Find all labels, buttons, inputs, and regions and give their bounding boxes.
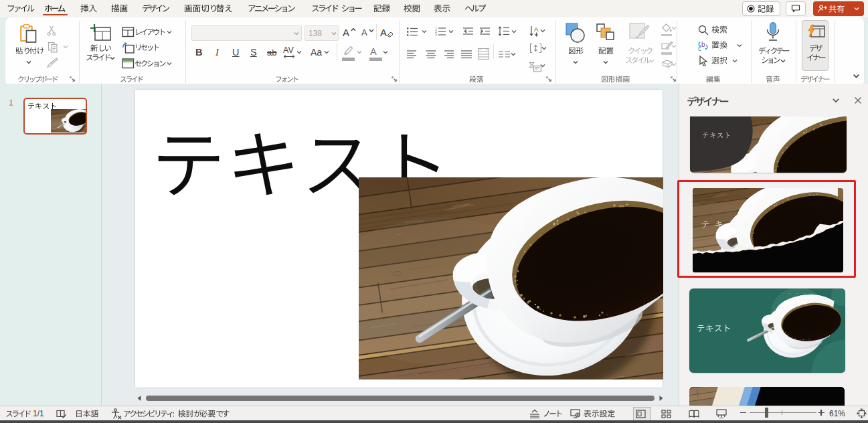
svg-text:c: c	[698, 45, 701, 52]
svg-text:A: A	[534, 25, 539, 33]
svg-text:3: 3	[435, 33, 437, 37]
svg-text:b: b	[701, 41, 705, 48]
